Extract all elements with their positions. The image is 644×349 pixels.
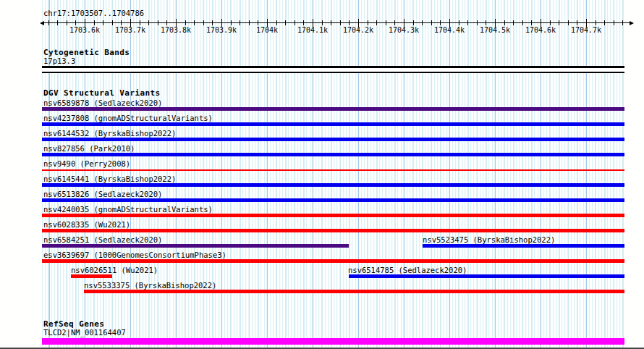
- ruler-minor-tick: [94, 20, 95, 25]
- ruler-minor-tick: [386, 20, 386, 25]
- ruler-minor-tick: [522, 20, 523, 25]
- ruler-minor-tick: [158, 20, 158, 25]
- ruler-minor-tick: [440, 20, 441, 25]
- ruler-minor-tick: [185, 20, 186, 25]
- variant-bar[interactable]: [423, 244, 624, 248]
- ruler-minor-tick: [166, 20, 167, 25]
- ruler-minor-tick: [550, 20, 551, 25]
- ruler-minor-tick: [622, 20, 623, 25]
- ruler-tick-label: 1704.6k: [525, 26, 556, 34]
- variant-bar[interactable]: [42, 169, 624, 171]
- ruler-tick-label: 1704.2k: [343, 26, 373, 34]
- region-coordinates: chr17:1703507..1704786: [43, 9, 144, 17]
- ruler-left-arrow-icon: [40, 21, 44, 25]
- ruler-minor-tick: [258, 20, 258, 25]
- cytoband-label[interactable]: 17p13.3: [43, 57, 75, 65]
- ruler-minor-tick: [140, 20, 140, 25]
- ruler-minor-tick: [513, 20, 514, 25]
- ruler-minor-tick: [376, 20, 377, 25]
- ruler-minor-tick: [413, 20, 414, 25]
- variant-label[interactable]: nsv9490 (Perry2008): [43, 160, 130, 168]
- ruler-minor-tick: [596, 20, 596, 25]
- ruler-minor-tick: [559, 20, 559, 25]
- ruler-minor-tick: [57, 20, 58, 25]
- ruler-minor-tick: [604, 20, 605, 25]
- variant-bar[interactable]: [42, 183, 624, 187]
- ruler-minor-tick: [212, 20, 213, 25]
- refseq-gene-bar[interactable]: [42, 338, 624, 345]
- ruler-tick-label: 1703.9k: [206, 26, 237, 34]
- ruler-minor-tick: [422, 20, 423, 25]
- ruler-minor-tick: [285, 20, 286, 25]
- variant-bar[interactable]: [42, 153, 624, 156]
- ruler-minor-tick: [303, 20, 304, 25]
- ruler-minor-tick: [240, 20, 240, 25]
- ruler-minor-tick: [531, 20, 532, 25]
- variant-bar[interactable]: [349, 274, 624, 278]
- refseq-gene-label[interactable]: TLCD2|NM_001164407: [43, 329, 126, 337]
- variant-bar[interactable]: [42, 198, 624, 202]
- ruler-minor-tick: [568, 20, 569, 25]
- ruler-minor-tick: [231, 20, 232, 25]
- ruler-tick-label: 1703.8k: [161, 26, 191, 34]
- variant-label[interactable]: nsv4237808 (gnomADStructuralVariants): [43, 114, 213, 122]
- ruler-minor-tick: [349, 20, 349, 25]
- ruler-minor-tick: [368, 20, 368, 25]
- variant-label[interactable]: nsv5523475 (ByrskaBishop2022): [423, 236, 555, 244]
- variant-label[interactable]: nsv6584251 (Sedlazeck2020): [43, 236, 162, 244]
- variant-bar[interactable]: [42, 259, 624, 263]
- ruler-minor-tick: [48, 20, 49, 25]
- variant-bar[interactable]: [42, 214, 624, 217]
- ruler-minor-tick: [103, 20, 103, 25]
- ruler-minor-tick: [75, 20, 76, 25]
- ruler-tick-label: 1704.3k: [389, 26, 419, 34]
- variant-label[interactable]: nsv6514785 (Sedlazeck2020): [348, 266, 467, 274]
- ruler-minor-tick: [331, 20, 331, 25]
- ruler-minor-tick: [322, 20, 323, 25]
- ruler-tick-label: 1704.5k: [480, 26, 510, 34]
- cytoband-rect[interactable]: [42, 66, 624, 73]
- ruler-minor-tick: [504, 20, 505, 25]
- ruler-minor-tick: [577, 20, 577, 25]
- ruler-tick-label: 1704.1k: [297, 26, 328, 34]
- variant-bar[interactable]: [84, 290, 624, 293]
- ruler-tick-label: 1704.7k: [571, 26, 601, 34]
- variant-label[interactable]: nsv6589878 (Sedlazeck2020): [43, 99, 162, 107]
- variant-bar[interactable]: [42, 122, 624, 126]
- variant-bar[interactable]: [42, 229, 624, 232]
- variant-label[interactable]: nsv5533375 (ByrskaBishop2022): [84, 282, 216, 290]
- ruler-minor-tick: [614, 20, 614, 25]
- ruler-minor-tick: [431, 20, 432, 25]
- ruler-minor-tick: [148, 20, 149, 25]
- ruler-right-arrow-icon: [630, 21, 634, 25]
- ruler-minor-tick: [194, 20, 195, 25]
- variant-label[interactable]: nsv6145441 (ByrskaBishop2022): [43, 175, 176, 183]
- ruler-minor-tick: [295, 20, 295, 25]
- ruler-minor-tick: [340, 20, 341, 25]
- variant-label[interactable]: nsv827856 (Park2010): [43, 145, 135, 153]
- ruler-minor-tick: [394, 20, 395, 25]
- ruler-minor-tick: [249, 20, 250, 25]
- ruler-minor-tick: [203, 20, 204, 25]
- ruler-tick-label: 1703.6k: [69, 26, 100, 34]
- dgv-section-header: DGV Structural Variants: [43, 89, 161, 98]
- variant-bar[interactable]: [42, 138, 624, 141]
- variant-bar[interactable]: [42, 107, 624, 111]
- variant-label[interactable]: nsv6028335 (Wu2021): [43, 221, 130, 229]
- ruler-minor-tick: [112, 20, 113, 25]
- ruler-minor-tick: [467, 20, 468, 25]
- variant-bar[interactable]: [42, 244, 349, 248]
- ruler-minor-tick: [276, 20, 277, 25]
- ruler-tick-label: 1703.7k: [115, 26, 145, 34]
- ruler-tick-label: 1704k: [256, 26, 278, 34]
- variant-label[interactable]: nsv4240035 (gnomADStructuralVariants): [43, 206, 213, 214]
- variant-label[interactable]: nsv6144532 (ByrskaBishop2022): [43, 130, 176, 138]
- variant-label[interactable]: nsv6026511 (Wu2021): [71, 266, 158, 274]
- variant-bar[interactable]: [71, 274, 112, 278]
- ruler-minor-tick: [459, 20, 459, 25]
- ruler-tick-label: 1704.4k: [434, 26, 465, 34]
- variant-label[interactable]: esv3639697 (1000GenomesConsortiumPhase3): [43, 251, 226, 259]
- ruler-minor-tick: [67, 20, 67, 25]
- variant-label[interactable]: nsv6513826 (Sedlazeck2020): [43, 190, 162, 198]
- ruler-minor-tick: [486, 20, 486, 25]
